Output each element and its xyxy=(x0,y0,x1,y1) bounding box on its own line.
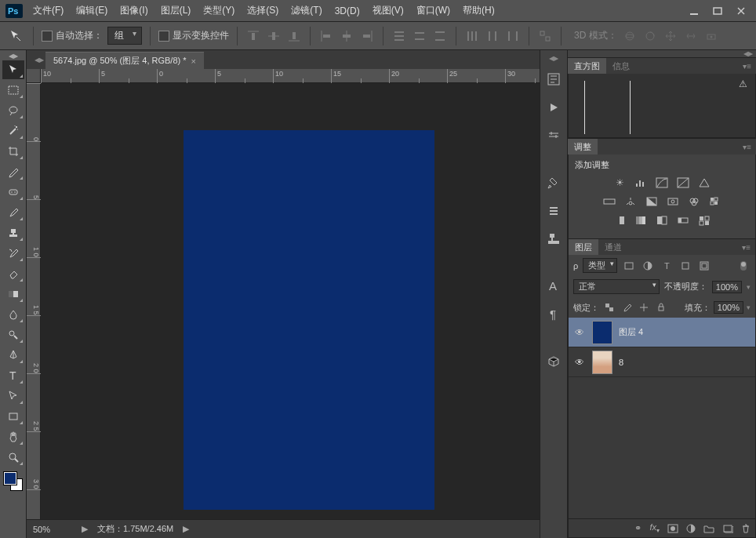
distribute-bottom-icon[interactable] xyxy=(432,28,448,44)
menu-type[interactable]: 类型(Y) xyxy=(197,2,241,20)
midstrip-collapse-icon[interactable]: ◀▶ xyxy=(540,55,567,61)
align-left-icon[interactable] xyxy=(318,28,334,44)
hue-icon[interactable] xyxy=(602,194,617,209)
show-transform-checkbox[interactable]: 显示变换控件 xyxy=(158,29,229,42)
invert-icon[interactable] xyxy=(612,213,627,227)
menu-file[interactable]: 文件(F) xyxy=(27,2,70,20)
stamp-tool[interactable] xyxy=(2,224,24,242)
add-mask-icon[interactable] xyxy=(667,524,678,533)
paragraph-panel-icon[interactable]: ¶ xyxy=(543,304,564,325)
lock-transparency-icon[interactable] xyxy=(602,300,616,314)
status-arrow-icon[interactable]: ▶ xyxy=(82,524,88,534)
filter-smart-icon[interactable] xyxy=(697,259,711,273)
panel-menu-icon[interactable]: ▾≡ xyxy=(737,243,755,252)
tab-info[interactable]: 信息 xyxy=(606,58,636,74)
filter-pixel-icon[interactable] xyxy=(622,259,636,273)
distribute-vcenter-icon[interactable] xyxy=(412,28,427,44)
vibrance-icon[interactable] xyxy=(696,176,712,190)
menu-select[interactable]: 选择(S) xyxy=(241,2,285,20)
opacity-value[interactable]: 100% xyxy=(712,281,742,293)
distribute-left-icon[interactable] xyxy=(464,28,480,44)
zoom-level[interactable]: 50% xyxy=(33,525,72,534)
panel-menu-icon[interactable]: ▾≡ xyxy=(738,62,756,71)
layer-name[interactable]: 图层 4 xyxy=(619,326,643,338)
dodge-tool[interactable] xyxy=(2,325,24,344)
histogram-warning-icon[interactable]: ⚠ xyxy=(739,78,747,89)
curves-icon[interactable] xyxy=(654,176,670,190)
color-lookup-icon[interactable] xyxy=(707,194,723,209)
marquee-tool[interactable] xyxy=(2,81,24,100)
3d-panel-icon[interactable] xyxy=(543,351,564,372)
align-bottom-icon[interactable] xyxy=(286,28,302,44)
filter-shape-icon[interactable] xyxy=(678,259,692,273)
visibility-icon[interactable]: 👁 xyxy=(573,327,586,338)
type-tool[interactable]: T xyxy=(2,366,24,385)
hand-tool[interactable] xyxy=(2,427,24,446)
3d-scale-icon[interactable] xyxy=(703,28,719,44)
character-panel-icon[interactable]: A xyxy=(543,276,564,296)
workspace[interactable]: 105051015202530 051 01 52 02 53 03 5 xyxy=(27,69,540,519)
lock-all-icon[interactable] xyxy=(654,300,668,314)
menu-edit[interactable]: 编辑(E) xyxy=(70,2,114,20)
close-tab-icon[interactable]: × xyxy=(191,56,196,66)
menu-filter[interactable]: 滤镜(T) xyxy=(285,2,328,20)
new-adjustment-icon[interactable] xyxy=(686,524,696,533)
blend-mode-dropdown[interactable]: 正常 xyxy=(573,279,660,294)
posterize-icon[interactable] xyxy=(633,213,649,227)
tab-channels[interactable]: 通道 xyxy=(598,239,628,255)
panel-menu-icon[interactable]: ▾≡ xyxy=(738,143,756,151)
ruler-origin[interactable] xyxy=(27,69,41,83)
align-vcenter-icon[interactable] xyxy=(266,28,282,44)
color-swatches[interactable] xyxy=(4,472,23,491)
filter-adjust-icon[interactable] xyxy=(641,259,655,273)
layer-thumbnail[interactable] xyxy=(592,321,612,344)
tab-histogram[interactable]: 直方图 xyxy=(568,58,606,74)
new-group-icon[interactable] xyxy=(703,524,714,533)
clone-source-panel-icon[interactable] xyxy=(543,229,564,249)
foreground-color[interactable] xyxy=(4,472,16,485)
brush-tool[interactable] xyxy=(2,203,24,222)
channel-mixer-icon[interactable] xyxy=(686,194,702,209)
eyedropper-tool[interactable] xyxy=(2,162,24,181)
layer-row[interactable]: 👁 8 xyxy=(569,347,755,377)
minimize-button[interactable] xyxy=(682,3,706,19)
brush-presets-panel-icon[interactable] xyxy=(543,201,564,221)
lasso-tool[interactable] xyxy=(2,101,24,120)
align-top-icon[interactable] xyxy=(245,28,261,44)
tab-collapse-icon[interactable]: ◀▶ xyxy=(35,56,42,64)
filter-toggle-icon[interactable] xyxy=(736,259,751,273)
layer-row[interactable]: 👁 图层 4 xyxy=(569,318,755,347)
auto-select-checkbox[interactable]: 自动选择： xyxy=(42,29,103,42)
zoom-tool[interactable] xyxy=(2,448,24,467)
tab-adjustments[interactable]: 调整 xyxy=(568,139,598,154)
align-hcenter-icon[interactable] xyxy=(339,28,354,44)
distribute-top-icon[interactable] xyxy=(391,28,407,44)
shape-tool[interactable] xyxy=(2,407,24,426)
exposure-icon[interactable] xyxy=(675,176,691,190)
menu-3d[interactable]: 3D(D) xyxy=(329,2,366,20)
filter-type-icon[interactable]: T xyxy=(660,259,674,273)
tab-layers[interactable]: 图层 xyxy=(569,239,598,255)
delete-layer-icon[interactable] xyxy=(741,524,751,533)
3d-slide-icon[interactable] xyxy=(683,28,699,44)
layer-thumbnail[interactable] xyxy=(592,351,612,374)
actions-panel-icon[interactable] xyxy=(543,97,564,118)
doc-size-label[interactable]: 文档：1.75M/2.46M xyxy=(97,523,173,535)
pen-tool[interactable] xyxy=(2,346,24,365)
status-menu-icon[interactable]: ▶ xyxy=(183,524,189,534)
selective-color-icon[interactable] xyxy=(696,213,712,227)
visibility-icon[interactable]: 👁 xyxy=(573,357,586,368)
new-layer-icon[interactable] xyxy=(722,524,733,533)
canvas[interactable] xyxy=(184,130,434,510)
horizontal-ruler[interactable]: 105051015202530 xyxy=(41,69,540,83)
bw-icon[interactable] xyxy=(644,194,660,209)
brush-panel-icon[interactable] xyxy=(543,173,564,193)
photo-filter-icon[interactable] xyxy=(665,194,681,209)
menu-layer[interactable]: 图层(L) xyxy=(154,2,198,20)
history-panel-icon[interactable] xyxy=(543,69,564,89)
blur-tool[interactable] xyxy=(2,305,24,324)
wand-tool[interactable] xyxy=(2,122,24,140)
fill-value[interactable]: 100% xyxy=(714,301,743,314)
align-right-icon[interactable] xyxy=(359,28,375,44)
menu-image[interactable]: 图像(I) xyxy=(114,2,154,20)
